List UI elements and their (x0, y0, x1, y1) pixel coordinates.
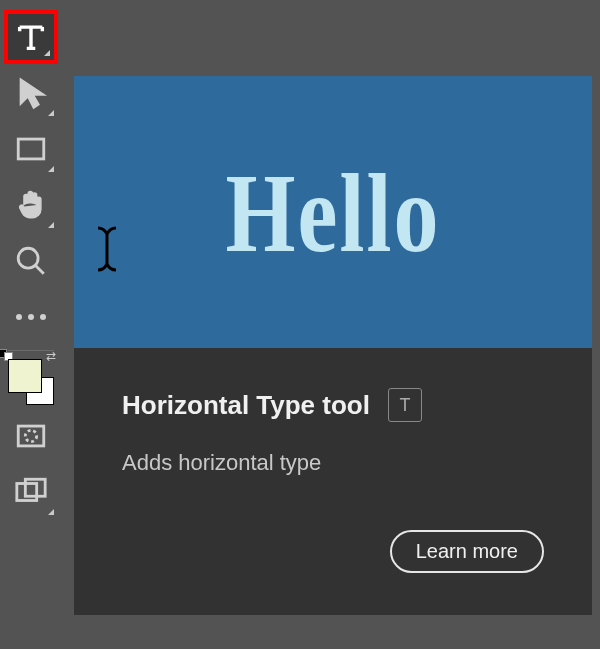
quick-mask-tool[interactable] (4, 409, 58, 463)
tooltip-info: Horizontal Type tool T Adds horizontal t… (74, 348, 592, 615)
tooltip-shortcut-key: T (388, 388, 422, 422)
swap-colors-icon[interactable]: ⇄ (46, 349, 56, 363)
learn-more-button[interactable]: Learn more (390, 530, 544, 573)
type-icon (14, 20, 48, 54)
svg-rect-0 (18, 139, 44, 159)
rectangle-icon (14, 132, 48, 166)
screen-mode-tool[interactable] (4, 465, 58, 519)
screen-mode-icon (14, 475, 48, 509)
color-swatches[interactable]: ⇄ (8, 359, 54, 405)
toolbar: ⇄ (0, 0, 62, 649)
hand-tool[interactable] (4, 178, 58, 232)
more-tools[interactable] (4, 290, 58, 344)
quick-mask-icon (14, 419, 48, 453)
foreground-color-swatch[interactable] (8, 359, 42, 393)
svg-rect-2 (18, 426, 44, 446)
zoom-tool[interactable] (4, 234, 58, 288)
text-cursor-icon (92, 224, 122, 274)
tool-tooltip-panel: Hello Horizontal Type tool T Adds horizo… (74, 76, 592, 615)
magnifier-icon (14, 244, 48, 278)
arrow-cursor-icon (14, 76, 48, 110)
type-tool[interactable] (4, 10, 58, 64)
preview-sample-text: Hello (226, 148, 441, 277)
path-selection-tool[interactable] (4, 66, 58, 120)
hand-icon (14, 188, 48, 222)
tooltip-description: Adds horizontal type (122, 450, 544, 476)
svg-point-1 (18, 248, 38, 268)
ellipsis-icon (16, 314, 46, 320)
tooltip-preview: Hello (74, 76, 592, 348)
tooltip-title: Horizontal Type tool (122, 390, 370, 421)
rectangle-tool[interactable] (4, 122, 58, 176)
svg-point-3 (25, 430, 36, 441)
